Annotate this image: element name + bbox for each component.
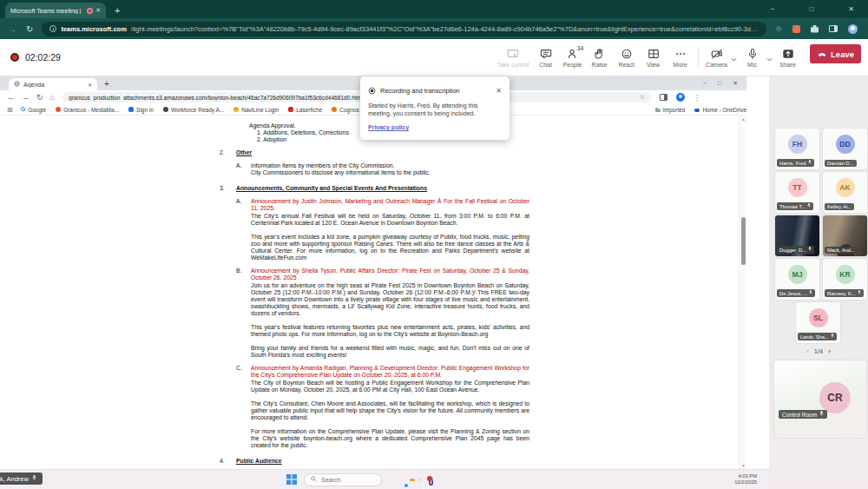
device-group-mic: Mic <box>739 48 774 68</box>
inner-back-icon[interactable]: ← <box>7 93 15 102</box>
meeting-button-take-control: Take control <box>494 48 532 68</box>
scroll-down-icon[interactable]: ▼ <box>740 463 746 468</box>
participant-tile-de-jesus[interactable]: MJDe Jesus, ... <box>775 259 819 300</box>
spotlight-tile[interactable]: CR Control Room <box>774 360 866 438</box>
search-icon <box>311 476 317 483</box>
bookmark-home-onedrive[interactable]: Home - OneDrive <box>694 107 746 113</box>
inner-menu-kebab-icon[interactable]: ⋮ <box>694 94 700 102</box>
refresh-icon[interactable]: ↻ <box>26 24 33 34</box>
new-tab-button[interactable]: + <box>115 6 120 16</box>
leave-phone-icon <box>817 48 827 60</box>
inner-minimize-icon[interactable]: − <box>703 80 707 87</box>
maximize-icon[interactable]: □ <box>809 5 813 13</box>
inner-address-bar[interactable]: granicus_production_attachments.s3.amazo… <box>62 92 651 102</box>
back-icon[interactable]: → <box>8 24 16 34</box>
tab-close-icon[interactable]: ✕ <box>95 7 101 14</box>
inner-tab-close-icon[interactable]: ✕ <box>88 82 92 88</box>
participant-tile-thomas-t[interactable]: TTThomas T... <box>775 172 819 213</box>
meeting-button-view[interactable]: View <box>640 48 667 68</box>
participant-tile-damian-d[interactable]: DDDamian D... <box>823 129 867 169</box>
gallery-prev-icon[interactable]: ‹ <box>806 347 809 355</box>
chevron-down-icon[interactable] <box>731 50 737 66</box>
meeting-button-react[interactable]: React <box>613 48 640 68</box>
minimize-icon[interactable]: − <box>771 5 775 13</box>
participant-tile-mack-and[interactable]: Mack, And... <box>823 215 867 256</box>
close-icon[interactable]: ✕ <box>848 5 854 13</box>
participant-tile-kelley-ai[interactable]: AKKelley, Ai... <box>823 172 867 213</box>
meeting-button-people[interactable]: 34People <box>559 48 586 68</box>
inner-close-icon[interactable]: ✕ <box>733 80 738 87</box>
meeting-control-bar: 02:02:29 Take controlChat34PeopleRaiseRe… <box>0 39 868 76</box>
clock-time: 4:03 PM <box>734 473 757 479</box>
participant-tile-dugger-d[interactable]: Dugger, D... <box>775 215 819 256</box>
item-letter: C. <box>236 365 242 372</box>
meeting-button-chat[interactable]: Chat <box>532 48 559 68</box>
meeting-button-label: More <box>674 62 687 68</box>
bookmark-granicus-mediama-[interactable]: Granicus - MediaMa... <box>56 107 119 113</box>
spotlight-mic-icon <box>819 410 824 419</box>
item-paragraph: Information Items by members of the City… <box>251 162 529 176</box>
inner-forward-icon[interactable]: → <box>22 93 30 102</box>
meeting-button-label: Raise <box>592 62 608 68</box>
inner-home-icon[interactable]: ⌂ <box>50 93 55 102</box>
bookmark-imported[interactable]: Imported <box>655 107 686 113</box>
scroll-up-icon[interactable]: ▲ <box>740 116 746 122</box>
item-paragraph: This year's festival features returning … <box>251 324 529 338</box>
item-heading: Announcement by Amanda Radigan, Planning… <box>251 365 529 379</box>
recording-notification: Recording and transcription ✕ Started by… <box>360 76 510 140</box>
bookmark-workforce-ready-a-[interactable]: Workforce Ready A... <box>163 107 224 113</box>
recording-notification-body: Started by Harris, Fred. By attending th… <box>368 102 502 117</box>
browser-profile-avatar[interactable] <box>848 24 858 34</box>
participant-tile-harris-fred[interactable]: FHHarris, Fred <box>775 129 819 169</box>
gallery-next-icon[interactable]: › <box>828 347 831 355</box>
outlook-icon[interactable] <box>418 478 421 481</box>
extensions-puzzle-icon[interactable] <box>811 25 819 33</box>
chevron-down-icon[interactable] <box>766 50 773 66</box>
inner-maximize-icon[interactable]: □ <box>718 80 721 87</box>
start-button[interactable] <box>286 474 297 485</box>
inner-profile-avatar[interactable] <box>676 93 685 102</box>
inner-side-panel-icon[interactable] <box>660 94 667 101</box>
dark-app-icon[interactable] <box>389 478 392 481</box>
chrome-icon[interactable] <box>398 478 402 481</box>
taskbar-clock[interactable]: 4:03 PM 10/2/2025 <box>734 473 757 486</box>
bookmark-sign-in[interactable]: Sign in <box>128 107 154 113</box>
meeting-button-raise[interactable]: Raise <box>586 48 613 68</box>
bookmark-star-icon[interactable]: ☆ <box>775 24 782 33</box>
bookmark-label: Laserfiche <box>296 107 322 113</box>
inner-bookmark-star-icon[interactable]: ☆ <box>640 94 645 101</box>
meeting-button-camera[interactable]: Camera <box>703 48 730 68</box>
participant-tile-lamb-sha[interactable]: SLLamb, Sha... <box>796 302 840 343</box>
avatar: AK <box>836 178 855 197</box>
site-info-icon[interactable] <box>49 25 56 32</box>
item-letter: B. <box>236 268 241 274</box>
outer-address-bar[interactable]: teams.microsoft.com/light-meetings/launc… <box>42 22 766 36</box>
bookmark-label: NaviLine Login <box>241 107 279 113</box>
inner-new-tab-button[interactable]: + <box>104 80 109 89</box>
item-paragraph: The City's Consultant, Chen Moore and As… <box>251 400 529 421</box>
inner-browser-tab[interactable]: Agenda ✕ <box>9 78 97 90</box>
scrollbar-thumb[interactable] <box>741 217 746 265</box>
participant-tile-ramsey-k[interactable]: KRRamsey, K... <box>823 259 867 300</box>
meeting-button-more[interactable]: More <box>667 48 694 68</box>
side-panel-icon[interactable] <box>829 25 838 32</box>
bookmark-laserfiche[interactable]: Laserfiche <box>288 107 322 113</box>
section-title: Announcements, Community and Special Eve… <box>236 185 427 191</box>
mic-icon <box>808 159 812 167</box>
meeting-button-mic[interactable]: Mic <box>739 48 766 68</box>
bookmark-naviline-login[interactable]: NaviLine Login <box>233 107 279 113</box>
taskbar-search[interactable]: Search <box>304 473 382 486</box>
leave-button[interactable]: Leave <box>810 44 861 63</box>
file-explorer-icon[interactable] <box>408 478 411 481</box>
notification-close-icon[interactable]: ✕ <box>496 87 502 95</box>
outer-browser-tab[interactable]: Microsoft Teams meeting | ✕ <box>5 3 106 18</box>
document-scrollbar[interactable]: ▲ ▼ <box>739 116 746 469</box>
meeting-button-share[interactable]: Share <box>774 48 801 68</box>
workforce-favicon-icon <box>163 107 168 112</box>
apps-grid-icon[interactable]: ⊞ <box>7 106 13 114</box>
bookmark-google[interactable]: GGoogle <box>21 107 46 113</box>
taskbar-center: Search T <box>286 470 435 489</box>
privacy-policy-link[interactable]: Privacy policy <box>368 124 409 130</box>
extension-icon[interactable] <box>792 25 800 33</box>
inner-refresh-icon[interactable]: ↻ <box>36 93 43 102</box>
